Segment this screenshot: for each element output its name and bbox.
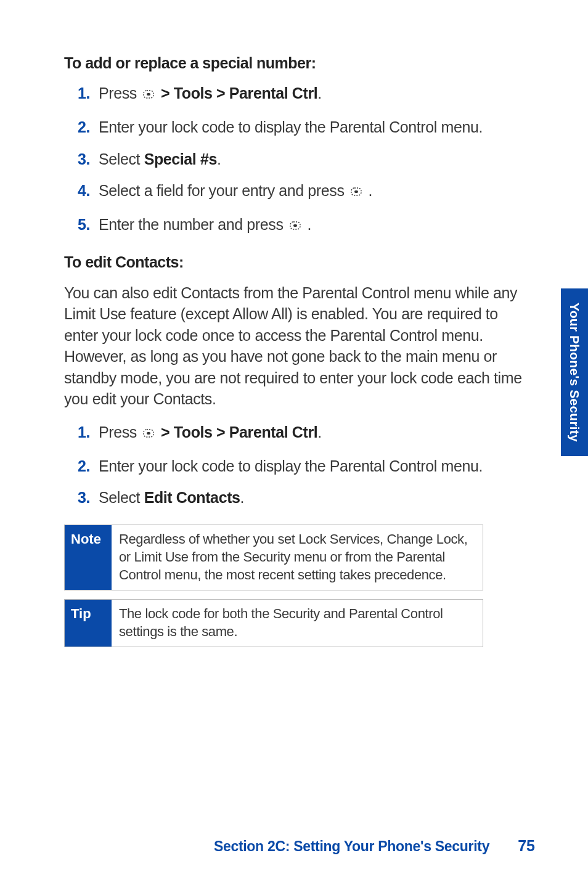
tip-callout: Tip The lock code for both the Security …: [64, 599, 483, 647]
step-number: 3.: [64, 149, 94, 170]
steps-add-replace: 1. Press > Tools > Parental Ctrl. 2. Ent…: [64, 83, 535, 237]
heading-edit-contacts: To edit Contacts:: [64, 253, 535, 271]
step-text: Enter your lock code to display the Pare…: [94, 456, 535, 477]
step-number: 2.: [64, 456, 94, 477]
steps-edit-contacts: 1. Press > Tools > Parental Ctrl. 2. Ent…: [64, 422, 535, 508]
svg-rect-5: [293, 224, 297, 227]
footer-section-title: Section 2C: Setting Your Phone's Securit…: [214, 838, 489, 855]
step-text: Select a field for your entry and press …: [94, 181, 535, 203]
step-5: 5. Enter the number and press .: [64, 214, 535, 237]
step-text: Enter the number and press .: [94, 214, 535, 237]
note-label: Note: [65, 525, 112, 590]
step-3: 3. Select Edit Contacts.: [64, 488, 535, 508]
step-2: 2. Enter your lock code to display the P…: [64, 117, 535, 138]
step-1: 1. Press > Tools > Parental Ctrl.: [64, 422, 535, 445]
nav-key-icon: [349, 182, 363, 203]
step-text: Select Special #s.: [94, 149, 535, 170]
heading-add-replace: To add or replace a special number:: [64, 54, 535, 72]
side-tab-text: Your Phone's Security: [567, 303, 582, 442]
svg-rect-1: [147, 93, 150, 96]
page-footer: Section 2C: Setting Your Phone's Securit…: [0, 837, 588, 855]
step-text: Enter your lock code to display the Pare…: [94, 117, 535, 138]
step-text: Press > Tools > Parental Ctrl.: [94, 83, 535, 106]
step-number: 1.: [64, 422, 94, 443]
note-callout: Note Regardless of whether you set Lock …: [64, 525, 483, 590]
paragraph-edit-contacts: You can also edit Contacts from the Pare…: [64, 282, 535, 410]
nav-key-icon: [142, 424, 155, 445]
step-number: 5.: [64, 214, 94, 235]
step-text: Select Edit Contacts.: [94, 488, 535, 508]
step-4: 4. Select a field for your entry and pre…: [64, 181, 535, 203]
nav-key-icon: [288, 216, 302, 237]
tip-label: Tip: [65, 600, 112, 647]
tip-body: The lock code for both the Security and …: [112, 600, 483, 647]
svg-rect-3: [354, 190, 358, 193]
nav-key-icon: [142, 85, 155, 106]
step-text: Press > Tools > Parental Ctrl.: [94, 422, 535, 445]
step-3: 3. Select Special #s.: [64, 149, 535, 170]
svg-rect-7: [147, 432, 150, 435]
step-number: 1.: [64, 83, 94, 104]
step-2: 2. Enter your lock code to display the P…: [64, 456, 535, 477]
note-body: Regardless of whether you set Lock Servi…: [112, 525, 483, 590]
step-number: 3.: [64, 488, 94, 508]
step-number: 4.: [64, 181, 94, 202]
section-side-tab: Your Phone's Security: [561, 288, 588, 456]
step-number: 2.: [64, 117, 94, 138]
step-1: 1. Press > Tools > Parental Ctrl.: [64, 83, 535, 106]
footer-page-number: 75: [518, 837, 535, 855]
